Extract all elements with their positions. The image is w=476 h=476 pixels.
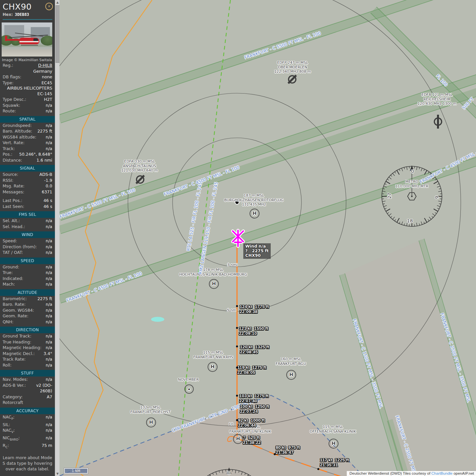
aircraft-info-panel: CHX90 ✕ Hex:3DEB83 Image © Maximillian S…	[0, 0, 55, 476]
helipad-label: 160 m MSLFRANKFURT BGU	[276, 357, 306, 366]
data-row: Category:A7	[0, 394, 55, 400]
data-row: RC:75 m	[0, 443, 55, 450]
close-icon[interactable]: ✕	[45, 3, 53, 10]
photo-heli-fin	[5, 36, 7, 41]
data-row: Magnetic Heading:n/a	[0, 345, 55, 351]
helipad-label: 132 m MSLFRANKFURT HOECHST	[130, 405, 170, 414]
section-header: SPEED	[0, 258, 55, 264]
row-label: Vert. Rate:	[3, 140, 24, 146]
trail-point-label[interactable]: 119 kt 1275 ft 22:08:05	[237, 365, 266, 375]
row-label: Route:	[3, 108, 16, 114]
registration-link[interactable]: D-HJLB	[38, 62, 52, 68]
tooltip-wind: Wind n/a	[245, 244, 266, 249]
row-label: Mach:	[3, 281, 15, 287]
helipad-icon: H	[286, 370, 296, 380]
data-row: True Heading:n/a	[0, 339, 55, 345]
row-value: n/a	[46, 362, 52, 368]
data-row: Msg. Rate:0.0	[0, 183, 55, 189]
trail-point-label[interactable]: 80 kt 975 ft 21:36:47	[276, 445, 300, 455]
airfield-icon	[286, 73, 299, 86]
trail-point-label[interactable]: 92 kt 1000 ft 22:06:44	[238, 418, 265, 428]
row-value: n/a	[46, 377, 52, 382]
compass-number: 27	[387, 193, 392, 199]
sidebar-scrollbar[interactable]: ▲ ▼	[55, 0, 60, 476]
section-header: FMS SEL	[0, 211, 55, 218]
row-value: n/a	[46, 356, 52, 362]
attribution-link[interactable]: ChartBundle	[431, 471, 453, 475]
row-value: n/a	[46, 427, 52, 435]
row-value: n/a	[46, 414, 52, 422]
section-header: WIND	[0, 231, 55, 238]
row-label: Groundspeed:	[3, 123, 32, 129]
row-label: Ground:	[3, 264, 19, 270]
row-label: Magnetic Decl.:	[3, 351, 35, 357]
photo-heli-skid	[21, 45, 38, 46]
row-label: Type:	[3, 80, 14, 86]
row-label: Type Desc.:	[3, 97, 26, 102]
data-row-wide: AIRBUS HELICOPTERS EC-145	[0, 86, 55, 97]
attribution-text: Deutscher Wetterdienst (DWD) Tiles court…	[349, 471, 431, 475]
trail-point-label[interactable]: 124 kt 1775 ft 22:09:38	[240, 304, 269, 314]
section-header: DIRECTION	[0, 327, 55, 333]
row-value: n/a	[46, 244, 52, 250]
photo-tree	[41, 36, 52, 46]
row-value: 46 s	[44, 198, 52, 204]
data-row: Sel. Alt.:n/a	[0, 218, 55, 224]
data-row: Ground Track:n/a	[0, 333, 55, 339]
data-row: Vert. Rate:n/a	[0, 140, 55, 146]
trail-point-label[interactable]: 103 kt 1275 ft 22:07:40	[239, 393, 269, 403]
trail-point-label[interactable]: ? 525 ft 21:38:22	[243, 435, 261, 445]
weather-radar-blob	[151, 317, 164, 322]
data-row: Baro. Rate:n/a	[0, 301, 55, 307]
tooltip-alt: ? 2275 ft	[245, 248, 269, 253]
header-divider	[3, 19, 52, 20]
map-canvas[interactable]: EDFP 247 m MSLOBER-MOERLEN122.340 MHz 80…	[60, 0, 476, 476]
row-value: n/a	[46, 270, 52, 276]
compass-number: 18	[407, 218, 413, 223]
row-value: n/a	[46, 301, 52, 307]
trail-point-label[interactable]: 120 kt 1325 ft 22:08:45	[240, 344, 269, 354]
data-row: True:n/a	[0, 270, 55, 276]
data-row: ADS-B Ver.:v2 (DO-260B)	[0, 382, 55, 394]
trail-point-label[interactable]: 100 kt 1250 ft 22:07:24	[240, 404, 269, 414]
row-label: NACV:	[3, 427, 15, 435]
attribution-suffix: openAIP.net	[453, 471, 474, 475]
row-value: n/a	[46, 307, 52, 313]
tooltip-callsign: CHX90	[245, 253, 261, 258]
data-row: Geom. Rate:n/a	[0, 313, 55, 319]
row-label: Messages:	[3, 189, 24, 195]
trail-point-label[interactable]: 121 kt 1550 ft 22:09:10	[239, 326, 268, 336]
row-label: RC:	[3, 443, 9, 450]
trail-point-label[interactable]: 117 kt 1225 ft 21:35:31	[320, 457, 349, 467]
data-row: Type Desc.:H2T	[0, 97, 55, 102]
attribution-bar: Deutscher Wetterdienst (DWD) Tiles court…	[347, 471, 476, 476]
row-label: Baro. Rate:	[3, 301, 25, 307]
row-value: n/a	[46, 250, 52, 256]
ring-distance-label: 3 nmi	[227, 263, 237, 267]
scroll-up-icon[interactable]: ▲	[56, 1, 59, 4]
data-row: Geom. WGS84:n/a	[0, 307, 55, 313]
data-row: Last Pos.:46 s	[0, 198, 55, 204]
aircraft-photo[interactable]	[2, 22, 52, 57]
data-row: Nav. Modes:n/a	[0, 377, 55, 382]
data-row: NICBARO:n/a	[0, 435, 55, 443]
row-label: Ground Track:	[3, 333, 31, 339]
row-label: WGS84 altitude:	[3, 134, 36, 140]
row-label: Nav. Modes:	[3, 377, 28, 382]
data-row: DB flags:none	[0, 74, 55, 80]
data-row: WGS84 altitude:n/a	[0, 134, 55, 140]
row-label: Speed:	[3, 238, 17, 244]
data-row: Ground:n/a	[0, 264, 55, 270]
row-value: -1.9	[44, 178, 52, 183]
row-label: Last Pos.:	[3, 198, 22, 204]
data-row: Sel. Head.:n/a	[0, 224, 55, 230]
data-row: Track Rate:n/a	[0, 356, 55, 362]
callsign-title: CHX90	[3, 2, 52, 12]
scroll-down-icon[interactable]: ▼	[56, 472, 59, 475]
row-value: 50.246°, 8.648°	[19, 151, 52, 157]
row-label: Track:	[3, 146, 15, 152]
row-value: Germany	[33, 68, 52, 74]
data-row: Speed:n/a	[0, 238, 55, 244]
row-label: Sel. Alt.:	[3, 218, 20, 224]
compass-number: 6	[434, 196, 439, 199]
